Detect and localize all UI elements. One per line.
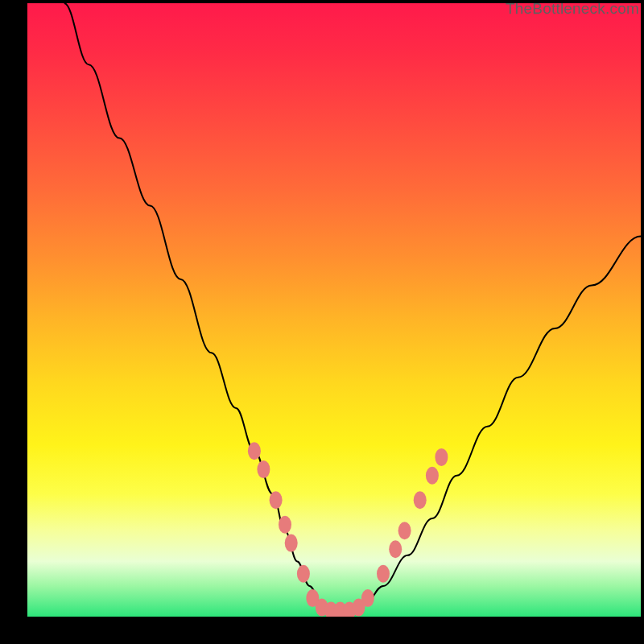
- bead-marker: [248, 442, 261, 460]
- bead-marker: [435, 448, 448, 466]
- bead-marker: [279, 516, 291, 534]
- bead-marker: [398, 522, 411, 539]
- bead-marker: [414, 491, 427, 509]
- bead-marker: [426, 467, 439, 485]
- chart-svg: [27, 3, 641, 617]
- bead-marker: [389, 540, 402, 558]
- bead-marker: [377, 565, 390, 583]
- app-frame: TheBottleneck.com: [0, 0, 644, 644]
- plot-area: [27, 3, 641, 617]
- bottleneck-curve: [64, 3, 641, 610]
- bead-marker: [257, 460, 270, 478]
- bead-marker: [297, 565, 310, 583]
- highlight-beads: [248, 442, 448, 617]
- bead-marker: [270, 491, 283, 509]
- bead-marker: [285, 535, 298, 552]
- bead-marker: [361, 589, 374, 607]
- watermark: TheBottleneck.com: [506, 0, 639, 18]
